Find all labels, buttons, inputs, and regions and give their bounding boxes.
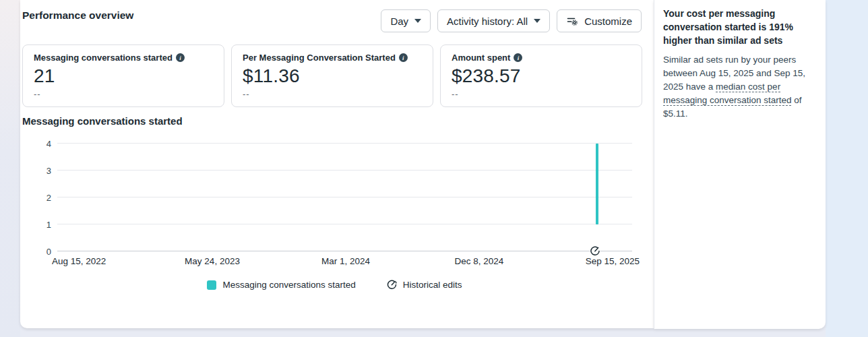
- x-axis-labels: Aug 15, 2022May 24, 2023Mar 1, 2024Dec 8…: [57, 256, 612, 268]
- metric-card-conversations: Messaging conversations started i 21 --: [22, 44, 224, 107]
- activity-history-label: Activity history: All: [447, 16, 528, 27]
- x-axis-tick-label: May 24, 2023: [185, 256, 240, 266]
- gridline: [57, 197, 632, 197]
- info-icon[interactable]: i: [399, 53, 408, 62]
- y-axis-tick-label: 2: [27, 193, 51, 202]
- toolbar: Day Activity history: All Customize: [381, 9, 642, 32]
- page: Performance overview Day Activity histor…: [0, 0, 868, 337]
- metric-value: $11.36: [243, 65, 422, 87]
- metric-value: 21: [34, 65, 213, 87]
- activity-history-dropdown[interactable]: Activity history: All: [437, 9, 550, 32]
- series-spike: [596, 144, 598, 224]
- page-title: Performance overview: [22, 9, 133, 22]
- day-dropdown-label: Day: [390, 16, 408, 27]
- chart-legend: Messaging conversations started Historic…: [57, 280, 612, 290]
- legend-edits-label: Historical edits: [403, 280, 462, 290]
- legend-item-historical-edits: Historical edits: [387, 280, 462, 290]
- metric-title: Per Messaging Conversation Started: [243, 53, 396, 63]
- metric-cards: Messaging conversations started i 21 -- …: [22, 44, 642, 107]
- gridline: [57, 170, 632, 171]
- legend-series-label: Messaging conversations started: [222, 280, 355, 290]
- metric-value: $238.57: [452, 65, 631, 87]
- legend-item-series: Messaging conversations started: [207, 280, 355, 290]
- insight-heading: Your cost per messaging conversation sta…: [663, 7, 815, 47]
- x-axis-tick-label: Mar 1, 2024: [321, 256, 370, 266]
- metric-secondary: --: [452, 89, 631, 99]
- y-axis-tick-label: 0: [27, 247, 51, 256]
- page-left-gutter: [0, 0, 20, 337]
- x-axis-tick-label: Dec 8, 2024: [454, 256, 503, 266]
- series-color-swatch: [207, 280, 216, 290]
- page-right-gutter: [826, 0, 868, 337]
- day-dropdown[interactable]: Day: [381, 9, 431, 32]
- historical-edit-marker-icon[interactable]: [590, 246, 600, 256]
- x-axis-tick-label: Aug 15, 2022: [52, 256, 106, 266]
- historical-edits-icon: [387, 280, 397, 290]
- metric-title: Amount spent: [452, 53, 510, 63]
- info-icon[interactable]: i: [514, 53, 522, 62]
- y-axis-tick-label: 1: [27, 220, 51, 229]
- gridline: [57, 251, 632, 251]
- chart-title: Messaging conversations started: [22, 115, 183, 127]
- metric-card-amount-spent: Amount spent i $238.57 --: [440, 44, 642, 107]
- insight-body: Similar ad sets run by your peers betwee…: [663, 53, 815, 121]
- performance-overview-panel: Performance overview Day Activity histor…: [20, 0, 654, 328]
- metric-title: Messaging conversations started: [34, 53, 173, 63]
- insight-sidebar: Your cost per messaging conversation sta…: [654, 0, 826, 329]
- info-icon[interactable]: i: [176, 53, 185, 62]
- customize-settings-icon: [566, 15, 578, 27]
- metric-card-cost-per-conversation: Per Messaging Conversation Started i $11…: [231, 44, 433, 107]
- gridline: [57, 224, 632, 224]
- metric-secondary: --: [34, 89, 213, 99]
- y-axis-tick-label: 4: [27, 140, 51, 148]
- chevron-down-icon: [414, 19, 421, 23]
- customize-label: Customize: [584, 16, 632, 27]
- gridline: [57, 143, 632, 144]
- y-axis-tick-label: 3: [27, 166, 51, 175]
- customize-button[interactable]: Customize: [557, 9, 642, 32]
- x-axis-tick-label: Sep 15, 2025: [586, 256, 640, 266]
- chevron-down-icon: [534, 19, 540, 23]
- plot-area: 01234: [57, 144, 612, 251]
- metric-secondary: --: [243, 89, 422, 99]
